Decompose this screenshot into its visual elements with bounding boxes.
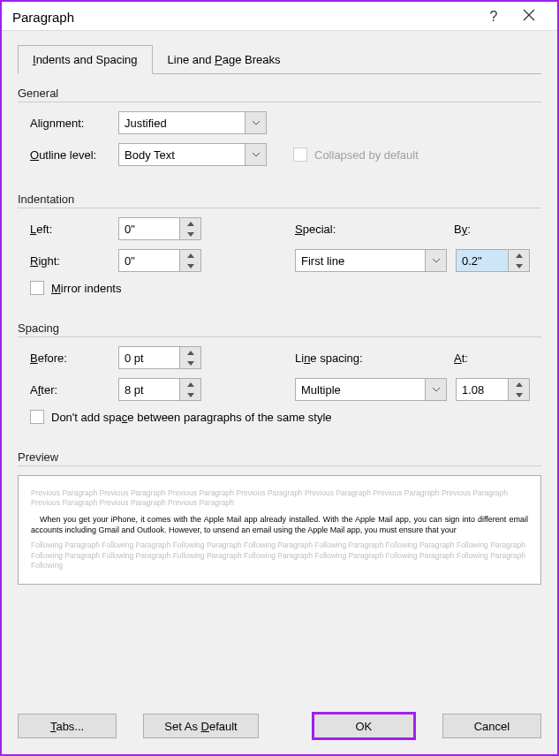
- left-input[interactable]: [119, 218, 179, 239]
- before-label: Before:: [30, 352, 118, 365]
- close-button[interactable]: [511, 9, 547, 25]
- spin-down-icon[interactable]: [509, 389, 529, 400]
- tab-strip: Indents and Spacing Line and Page Breaks: [18, 45, 541, 74]
- right-input[interactable]: [119, 250, 179, 271]
- at-input[interactable]: [457, 379, 508, 400]
- chevron-down-icon: [425, 379, 446, 400]
- at-label: At:: [454, 352, 528, 365]
- group-indentation: Left: Special: By: Right:: [18, 217, 541, 316]
- chevron-down-icon: [425, 250, 446, 271]
- button-bar: Tabs... Set As Default OK Cancel: [2, 699, 557, 754]
- line-spacing-combo[interactable]: Multiple: [295, 378, 447, 401]
- preview-sample-text: When you get your iPhone, it comes with …: [31, 514, 528, 535]
- before-input[interactable]: [119, 347, 179, 368]
- preview-box: Previous Paragraph Previous Paragraph Pr…: [18, 475, 541, 585]
- section-spacing: Spacing: [18, 321, 541, 337]
- mirror-checkbox[interactable]: Mirror indents: [30, 281, 121, 295]
- checkbox-icon: [293, 147, 307, 162]
- group-general: Alignment: Justified Outline level: Body…: [18, 111, 541, 187]
- tabs-button[interactable]: Tabs...: [18, 714, 117, 738]
- outline-value: Body Text: [125, 148, 175, 162]
- alignment-label: Alignment:: [30, 117, 118, 130]
- tab-indents-spacing[interactable]: Indents and Spacing: [18, 45, 153, 74]
- chevron-down-icon: [245, 112, 266, 133]
- tab-label: Indents and Spacing: [33, 53, 138, 66]
- spin-down-icon[interactable]: [180, 229, 200, 239]
- right-spinner[interactable]: [118, 249, 201, 272]
- line-spacing-label: Line spacing:: [295, 352, 454, 365]
- line-spacing-value: Multiple: [301, 383, 341, 397]
- preview-following-text: Following Paragraph Following Paragraph …: [31, 541, 528, 571]
- checkbox-icon: [30, 410, 44, 424]
- after-input[interactable]: [119, 379, 179, 400]
- at-spinner[interactable]: [456, 378, 530, 401]
- spin-up-icon[interactable]: [180, 379, 200, 389]
- no-add-space-label: Don't add space between paragraphs of th…: [51, 411, 332, 424]
- mirror-label: Mirror indents: [51, 282, 121, 295]
- alignment-value: Justified: [125, 117, 167, 130]
- spin-up-icon[interactable]: [509, 379, 529, 389]
- after-label: After:: [30, 383, 118, 397]
- after-spinner[interactable]: [118, 378, 201, 401]
- left-label: Left:: [30, 223, 118, 236]
- tab-label: Line and Page Breaks: [168, 53, 281, 66]
- cancel-button[interactable]: Cancel: [442, 714, 541, 738]
- by-label: By:: [454, 223, 528, 236]
- collapsed-label: Collapsed by default: [314, 148, 419, 162]
- spin-up-icon[interactable]: [509, 250, 529, 261]
- special-label: Special:: [295, 223, 454, 236]
- before-spinner[interactable]: [118, 346, 201, 369]
- section-general: General: [18, 87, 541, 102]
- by-spinner[interactable]: [456, 249, 530, 272]
- chevron-down-icon: [245, 144, 266, 165]
- special-value: First line: [301, 254, 344, 268]
- right-label: Right:: [30, 254, 118, 268]
- special-combo[interactable]: First line: [295, 249, 447, 272]
- content-area: Indents and Spacing Line and Page Breaks…: [2, 31, 557, 699]
- tab-line-page-breaks[interactable]: Line and Page Breaks: [153, 45, 296, 73]
- set-default-button[interactable]: Set As Default: [143, 714, 259, 738]
- preview-previous-text: Previous Paragraph Previous Paragraph Pr…: [31, 488, 528, 509]
- by-input[interactable]: [457, 250, 508, 271]
- spin-down-icon[interactable]: [509, 261, 529, 271]
- group-spacing: Before: Line spacing: At: After:: [18, 346, 541, 445]
- left-spinner[interactable]: [118, 217, 201, 240]
- spin-down-icon[interactable]: [180, 389, 200, 400]
- paragraph-dialog: Paragraph ? Indents and Spacing Line and…: [0, 0, 559, 756]
- help-button[interactable]: ?: [476, 9, 511, 25]
- spin-up-icon[interactable]: [180, 347, 200, 358]
- close-icon: [523, 9, 535, 21]
- spin-up-icon[interactable]: [180, 218, 200, 229]
- dialog-title: Paragraph: [12, 10, 476, 25]
- section-preview: Preview: [18, 450, 541, 466]
- collapsed-checkbox: Collapsed by default: [293, 147, 419, 162]
- alignment-combo[interactable]: Justified: [118, 111, 267, 134]
- checkbox-icon: [30, 281, 44, 295]
- outline-label: Outline level:: [30, 148, 118, 162]
- spin-down-icon[interactable]: [180, 261, 200, 271]
- ok-button[interactable]: OK: [312, 712, 416, 740]
- outline-combo[interactable]: Body Text: [118, 143, 267, 166]
- no-add-space-checkbox[interactable]: Don't add space between paragraphs of th…: [30, 410, 332, 424]
- titlebar: Paragraph ?: [2, 2, 557, 31]
- spin-up-icon[interactable]: [180, 250, 200, 261]
- section-indentation: Indentation: [18, 193, 541, 208]
- spin-down-icon[interactable]: [180, 358, 200, 368]
